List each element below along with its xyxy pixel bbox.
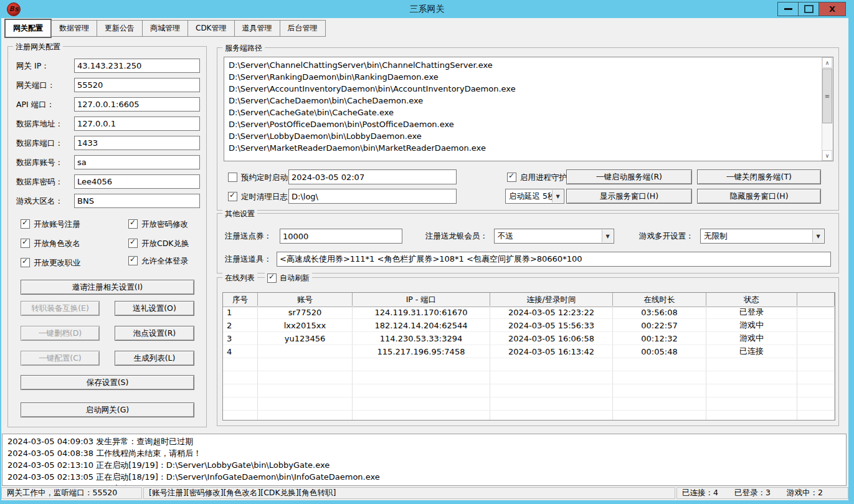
cell-duration[interactable]: 00:12:32: [613, 332, 706, 345]
minimize-button[interactable]: [777, 2, 799, 16]
checkbox-auto-refresh[interactable]: [267, 273, 277, 283]
chevron-down-icon[interactable]: ▼: [552, 190, 563, 202]
server-path-item[interactable]: D:\Server\MarketReaderDaemon\bin\MarketR…: [224, 142, 833, 154]
cell-login-time[interactable]: 2024-03-05 16:06:58: [490, 332, 613, 345]
col-header-extra: [797, 293, 835, 307]
scroll-thumb[interactable]: ≡: [822, 69, 832, 123]
cell-account[interactable]: yu123456: [258, 332, 353, 345]
listbox-scrollbar[interactable]: ∧ ≡ ∨: [822, 57, 833, 161]
cell-seq[interactable]: 1: [223, 306, 258, 319]
col-header-status[interactable]: 状态: [706, 293, 797, 307]
log-output[interactable]: 2024-03-05 04:09:03 发生异常：查询超时已过期 2024-03…: [2, 434, 847, 486]
chevron-down-icon[interactable]: ▼: [602, 230, 613, 242]
log-cleanup-path-input[interactable]: [288, 189, 457, 204]
cell-duration[interactable]: 03:56:08: [613, 306, 706, 319]
gateway-port-input[interactable]: [74, 78, 200, 92]
server-path-listbox[interactable]: D:\Server\ChannelChattingServer\bin\Chan…: [224, 57, 833, 161]
register-items-input[interactable]: [277, 252, 831, 267]
scroll-up-button[interactable]: ∧: [822, 57, 832, 68]
maximize-button[interactable]: [798, 2, 819, 16]
cell-account[interactable]: [258, 345, 353, 358]
cell-seq[interactable]: 3: [223, 332, 258, 345]
db-password-input[interactable]: [74, 174, 200, 189]
checkbox-open-rename[interactable]: [21, 239, 30, 248]
cell-status[interactable]: 已登录: [706, 306, 797, 319]
cell-login-time[interactable]: 2024-03-05 16:13:42: [490, 345, 613, 358]
gift-settings-button[interactable]: 送礼设置(O): [115, 301, 194, 316]
db-port-input[interactable]: [74, 136, 200, 150]
cell-status[interactable]: 已连接: [706, 345, 797, 358]
col-header-account[interactable]: 账号: [258, 293, 353, 307]
cell-ip-port[interactable]: 124.119.31.170:61670: [353, 306, 490, 319]
col-header-seq[interactable]: 序号: [223, 293, 258, 307]
gateway-ip-input[interactable]: [74, 59, 200, 73]
checkbox-open-account-register[interactable]: [21, 219, 30, 229]
tab-update-notice[interactable]: 更新公告: [97, 20, 143, 37]
region-name-input[interactable]: [74, 194, 200, 208]
checkbox-scheduled-start[interactable]: [228, 173, 237, 182]
col-header-duration[interactable]: 在线时长: [613, 293, 706, 307]
save-settings-button[interactable]: 保存设置(S): [21, 375, 194, 390]
checkbox-process-guard[interactable]: [507, 173, 516, 182]
tab-cdk-management[interactable]: CDK管理: [187, 20, 235, 37]
chevron-down-icon[interactable]: ▼: [812, 230, 823, 242]
cell-duration[interactable]: 00:05:48: [613, 345, 706, 358]
register-vip-combobox[interactable]: 不送 ▼: [494, 229, 614, 244]
register-points-input[interactable]: [280, 229, 402, 244]
start-gateway-button[interactable]: 启动网关(G): [21, 402, 194, 417]
server-path-item[interactable]: D:\Server\CacheDaemon\bin\CacheDaemon.ex…: [224, 95, 833, 107]
hide-service-windows-button[interactable]: 隐藏服务窗口(H): [697, 189, 821, 204]
cell-extra: [797, 319, 835, 332]
db-account-input[interactable]: [74, 155, 200, 169]
server-path-item[interactable]: D:\Server\PostOfficeDaemon\bin\PostOffic…: [224, 118, 833, 130]
cell-account[interactable]: sr77520: [258, 306, 353, 319]
cell-status[interactable]: 游戏中: [706, 319, 797, 332]
cell-login-time[interactable]: 2024-03-05 15:56:33: [490, 319, 613, 332]
tab-gateway-config[interactable]: 网关配置: [4, 19, 52, 38]
col-header-ip-port[interactable]: IP - 端口: [353, 293, 490, 307]
scheduled-start-time-input[interactable]: [288, 169, 457, 184]
invite-register-settings-button[interactable]: 邀请注册相关设置(I): [21, 280, 194, 295]
server-path-item[interactable]: D:\Server\AccountInventoryDaemon\bin\Acc…: [224, 83, 833, 95]
cell-ip-port[interactable]: 182.124.14.204:62544: [353, 319, 490, 332]
server-path-item[interactable]: D:\Server\CacheGate\bin\CacheGate.exe: [224, 107, 833, 118]
cell-login-time[interactable]: 2024-03-05 12:23:22: [490, 306, 613, 319]
scroll-down-button[interactable]: ∨: [822, 150, 832, 161]
checkbox-open-class-change[interactable]: [21, 258, 30, 267]
title-bar[interactable]: Bs 三系网关 X: [0, 0, 854, 19]
empty-cell: [797, 384, 835, 397]
close-button[interactable]: X: [818, 2, 846, 16]
checkbox-log-cleanup[interactable]: [228, 192, 237, 201]
server-path-item[interactable]: D:\Server\ChannelChattingServer\bin\Chan…: [224, 59, 833, 71]
cell-ip-port[interactable]: 114.230.53.33:3294: [353, 332, 490, 345]
cell-duration[interactable]: 00:22:57: [613, 319, 706, 332]
tab-item-management[interactable]: 道具管理: [234, 20, 280, 37]
tab-data-management[interactable]: 数据管理: [51, 20, 97, 37]
show-service-windows-button[interactable]: 显示服务窗口(H): [566, 189, 692, 204]
group-other-settings-legend: 其他设置: [222, 209, 257, 219]
stop-all-servers-button[interactable]: 一键关闭服务端(T): [697, 169, 821, 184]
multi-client-combobox[interactable]: 无限制 ▼: [700, 229, 825, 244]
cell-account[interactable]: lxx2015xx: [258, 319, 353, 332]
one-key-config-button: 一键配置(C): [21, 351, 100, 366]
server-path-item[interactable]: D:\Server\RankingDaemon\bin\RankingDaemo…: [224, 71, 833, 83]
db-address-input[interactable]: [74, 116, 200, 131]
online-table[interactable]: 序号 账号 IP - 端口 连接/登录时间 在线时长 状态 1 sr77520 …: [222, 292, 835, 421]
checkbox-allow-all-login[interactable]: [128, 256, 138, 265]
tab-mall-management[interactable]: 商城管理: [142, 20, 188, 37]
start-all-servers-button[interactable]: 一键启动服务端(R): [566, 169, 692, 184]
server-path-item[interactable]: D:\Server\LobbyDaemon\bin\LobbyDaemon.ex…: [224, 130, 833, 142]
col-header-login-time[interactable]: 连接/登录时间: [490, 293, 613, 307]
cell-status[interactable]: 游戏中: [706, 332, 797, 345]
cell-ip-port[interactable]: 115.217.196.95:7458: [353, 345, 490, 358]
generate-list-button[interactable]: 生成列表(L): [115, 351, 194, 366]
api-port-input[interactable]: [74, 97, 200, 112]
checkbox-open-password-change[interactable]: [128, 219, 138, 229]
checkbox-open-cdk-redeem[interactable]: [128, 239, 138, 248]
start-delay-combobox[interactable]: 启动延迟 5秒 ▼: [505, 189, 564, 204]
cell-seq[interactable]: 2: [223, 319, 258, 332]
cell-seq[interactable]: 4: [223, 345, 258, 358]
tab-backend-management[interactable]: 后台管理: [280, 20, 326, 37]
region-name-label: 游戏大区名：: [16, 196, 63, 207]
idle-points-settings-button[interactable]: 泡点设置(R): [115, 326, 194, 341]
